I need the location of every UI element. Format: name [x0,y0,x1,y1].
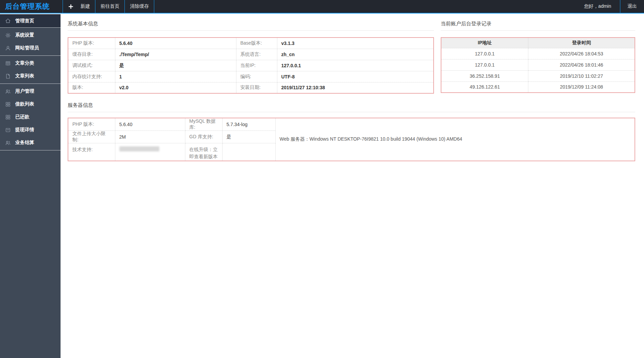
sidebar-item-label: 文章分类 [15,60,34,66]
section-title-login-log: 当前账户后台登录记录 [441,20,635,31]
sidebar-item-withdraw-detail[interactable]: 提现详情 [0,123,61,136]
box-icon [5,127,11,133]
sidebar-item-article-list[interactable]: 文章列表 [0,70,61,82]
sidebar-item-label: 管理首页 [15,18,34,24]
sidebar-item-system-settings[interactable]: 系统设置 [0,29,61,42]
table-row: 127.0.0.1 2022/04/26 18:01:46 [441,59,635,70]
info-value: zh_cn [277,49,434,60]
info-label: GD 库支持: [185,131,222,143]
sidebar: 管理首页 系统设置 网站管理员 文章分类 文章列表 [0,14,61,358]
sidebar-item-article-category[interactable]: 文章分类 [0,57,61,70]
section-title-server-info: 服务器信息 [68,102,635,112]
info-value: 5.6.40 [115,38,236,49]
clear-cache-label: 清除缓存 [130,3,149,9]
redacted-text [119,146,159,151]
users-icon [5,140,11,146]
info-label: Base版本: [236,38,277,49]
info-value: 5.6.40 [115,118,185,131]
info-label: 编码: [236,71,277,82]
log-time: 2022/04/26 18:04:53 [528,48,635,59]
grid-icon [5,101,11,107]
table-row: 127.0.0.1 2022/04/26 18:04:53 [441,48,635,59]
log-ip: 49.126.122.61 [441,81,528,93]
online-upgrade-link[interactable]: 在线升级：立即查看新版本 [185,143,222,161]
sidebar-item-label: 系统设置 [15,32,34,38]
info-value: 1 [115,71,236,82]
file-icon [5,73,11,79]
new-button[interactable]: 新建 [63,0,95,13]
logout-button[interactable]: 退出 [620,0,644,13]
sidebar-item-label: 已还款 [15,114,29,120]
info-value: 5.7.34-log [222,118,275,131]
sidebar-group-4: 用户管理 借款列表 已还款 提现详情 业务结算 [0,84,61,150]
gear-icon [5,32,11,38]
tech-support-value [115,143,185,161]
server-info-table: PHP 版本: 5.6.40 MySQL 数据库: 5.7.34-log Web… [68,118,635,161]
section-title-system-info: 系统基本信息 [68,20,434,31]
sidebar-group-3: 文章分类 文章列表 [0,56,61,84]
log-time: 2022/04/26 18:01:46 [528,59,635,70]
topbar: 后台管理系统 新建 前往首页 清除缓存 您好，admin 退出 [0,0,644,14]
sidebar-item-label: 提现详情 [15,127,34,133]
sidebar-item-admin-home[interactable]: 管理首页 [0,14,61,27]
home-icon [5,18,11,24]
info-value: v3.1.3 [277,38,434,49]
info-label: 调试模式: [68,60,115,71]
plus-icon [68,4,74,9]
info-value: UTF-8 [277,71,434,82]
sidebar-item-label: 用户管理 [15,88,34,94]
info-label: 技术支持: [68,143,115,161]
goto-home-label: 前往首页 [100,3,119,9]
table-row: 49.126.122.61 2019/12/09 11:24:08 [441,81,635,93]
login-log-table: IP地址 登录时间 127.0.0.1 2022/04/26 18:04:53 … [441,37,635,93]
sidebar-item-label: 文章列表 [15,73,34,79]
column-header-time: 登录时间 [528,38,635,48]
info-value: 2M [115,131,185,143]
sidebar-item-business-settlement[interactable]: 业务结算 [0,136,61,149]
info-label: 缓存目录: [68,49,115,60]
info-label: PHP 版本: [68,118,115,131]
log-ip: 127.0.0.1 [441,59,528,70]
sidebar-item-user-management[interactable]: 用户管理 [0,85,61,98]
table-row: 调试模式: 是 当前IP: 127.0.0.1 [68,60,434,71]
info-label: MySQL 数据库: [185,118,222,131]
info-label: PHP 版本: [68,38,115,49]
table-header-row: IP地址 登录时间 [441,38,635,48]
topbar-right: 您好，admin 退出 [575,0,644,13]
user-icon [5,45,11,51]
system-info-section: 系统基本信息 PHP 版本: 5.6.40 Base版本: v3.1.3 缓存目… [68,20,434,94]
web-server-value: Web 服务器：Windows NT DESKTOP-76I9821 10.0 … [275,118,635,161]
grid-icon [5,114,11,120]
info-label: 当前IP: [236,60,277,71]
goto-home-button[interactable]: 前往首页 [95,0,124,13]
table-row: 内存统计支持: 1 编码: UTF-8 [68,71,434,82]
info-label: 文件上传大小限制: [68,131,115,143]
column-header-ip: IP地址 [441,38,528,48]
sidebar-group-2: 系统设置 网站管理员 [0,28,61,56]
sidebar-group-1: 管理首页 [0,14,61,28]
info-label: 安装日期: [236,82,277,93]
sidebar-item-site-admin[interactable]: 网站管理员 [0,42,61,54]
table-row: PHP 版本: 5.6.40 MySQL 数据库: 5.7.34-log Web… [68,118,635,131]
info-value: 127.0.0.1 [277,60,434,71]
info-value: 是 [222,131,275,143]
clear-cache-button[interactable]: 清除缓存 [124,0,154,13]
new-button-label: 新建 [80,3,90,9]
table-row: PHP 版本: 5.6.40 Base版本: v3.1.3 [68,38,434,49]
info-label: 版本: [68,82,115,93]
info-value: 2019/11/27 12:10:38 [277,82,434,93]
sidebar-item-label: 网站管理员 [15,45,39,51]
app-logo: 后台管理系统 [0,0,63,13]
sidebar-item-repaid[interactable]: 已还款 [0,111,61,123]
system-info-table: PHP 版本: 5.6.40 Base版本: v3.1.3 缓存目录: ./Te… [68,37,434,94]
book-icon [5,61,11,66]
sidebar-item-label: 借款列表 [15,101,34,107]
empty-cell [222,143,275,161]
users-icon [5,89,11,94]
info-label: 系统语言: [236,49,277,60]
sidebar-item-label: 业务结算 [15,140,34,146]
user-greeting[interactable]: 您好，admin [575,0,620,13]
log-time: 2019/12/10 11:02:27 [528,70,635,81]
table-row: 缓存目录: ./Temp/Temp/ 系统语言: zh_cn [68,49,434,60]
sidebar-item-loan-list[interactable]: 借款列表 [0,98,61,111]
